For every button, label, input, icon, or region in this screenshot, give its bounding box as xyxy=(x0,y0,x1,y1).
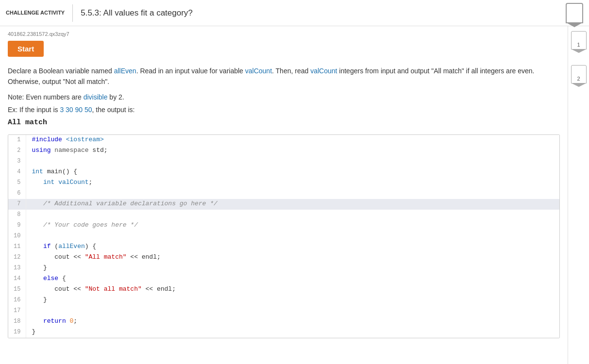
line-num-1: 1 xyxy=(8,135,26,146)
line-num-11: 11 xyxy=(8,242,26,252)
output-example: All match xyxy=(8,118,560,127)
line-num-4: 4 xyxy=(8,167,26,178)
code-editor[interactable]: 1 #include <iostream> 2 using namespace … xyxy=(8,134,560,338)
line-code-17 xyxy=(26,306,559,316)
sidebar-item-num-2: 2 xyxy=(577,76,580,82)
note-text: Note: Even numbers are divisible by 2. xyxy=(8,93,560,101)
line-code-14: else { xyxy=(26,274,559,284)
header-divider xyxy=(72,4,73,22)
main-content: 401862.2381572.qx3zqy7 Start Declare a B… xyxy=(0,26,568,348)
line-code-11: if (allEven) { xyxy=(26,242,559,252)
header-bookmark-badge xyxy=(566,3,583,23)
line-code-6 xyxy=(26,188,559,199)
sidebar-item-1[interactable]: 1 xyxy=(571,31,587,50)
code-line-10: 10 xyxy=(8,231,559,242)
code-line-5: 5 int valCount; xyxy=(8,178,559,188)
line-num-18: 18 xyxy=(8,316,26,327)
code-line-15: 15 cout << "Not all match" << endl; xyxy=(8,284,559,295)
var-valCount: valCount xyxy=(245,67,272,75)
line-num-7: 7 xyxy=(8,199,26,210)
start-button[interactable]: Start xyxy=(8,41,44,57)
code-line-11: 11 if (allEven) { xyxy=(8,242,559,252)
header: CHALLENGE ACTIVITY 5.5.3: All values fit… xyxy=(0,0,589,26)
line-code-7: /* Additional variable declarations go h… xyxy=(26,199,559,210)
line-code-18: return 0; xyxy=(26,316,559,327)
sidebar-item-2-wrapper: 2 xyxy=(571,65,587,83)
line-code-4: int main() { xyxy=(26,167,559,178)
var-allEven: allEven xyxy=(114,67,136,75)
line-num-10: 10 xyxy=(8,231,26,242)
code-line-18: 18 return 0; xyxy=(8,316,559,327)
code-line-9: 9 /* Your code goes here */ xyxy=(8,220,559,231)
example-input-vals: 3 30 90 50 xyxy=(60,106,92,114)
line-code-19: } xyxy=(26,327,559,338)
line-code-8 xyxy=(26,210,559,220)
sidebar-item-2[interactable]: 2 xyxy=(571,65,587,83)
line-num-6: 6 xyxy=(8,188,26,199)
code-line-19: 19 } xyxy=(8,327,559,338)
code-line-6: 6 xyxy=(8,188,559,199)
code-line-13: 13 } xyxy=(8,263,559,274)
code-line-8: 8 xyxy=(8,210,559,220)
line-code-16: } xyxy=(26,295,559,306)
line-num-19: 19 xyxy=(8,327,26,338)
line-code-5: int valCount; xyxy=(26,178,559,188)
var-valCount2: valCount xyxy=(310,67,337,75)
code-line-4: 4 int main() { xyxy=(8,167,559,178)
line-code-15: cout << "Not all match" << endl; xyxy=(26,284,559,295)
line-code-1: #include <iostream> xyxy=(26,135,559,146)
line-code-10 xyxy=(26,231,559,242)
line-num-13: 13 xyxy=(8,263,26,274)
code-table: 1 #include <iostream> 2 using namespace … xyxy=(8,135,559,338)
challenge-activity-label: CHALLENGE ACTIVITY xyxy=(6,10,65,16)
line-code-3 xyxy=(26,156,559,167)
line-code-13: } xyxy=(26,263,559,274)
code-line-14: 14 else { xyxy=(8,274,559,284)
line-code-12: cout << "All match" << endl; xyxy=(26,252,559,263)
header-title-block: CHALLENGE ACTIVITY xyxy=(6,10,65,16)
line-num-16: 16 xyxy=(8,295,26,306)
line-num-5: 5 xyxy=(8,178,26,188)
sidebar-item-num-1: 1 xyxy=(577,42,580,48)
line-code-2: using namespace std; xyxy=(26,146,559,156)
line-num-3: 3 xyxy=(8,156,26,167)
line-num-12: 12 xyxy=(8,252,26,263)
line-num-8: 8 xyxy=(8,210,26,220)
line-num-15: 15 xyxy=(8,284,26,295)
main-layout: 401862.2381572.qx3zqy7 Start Declare a B… xyxy=(0,26,589,348)
code-line-2: 2 using namespace std; xyxy=(8,146,559,156)
code-line-17: 17 xyxy=(8,306,559,316)
divisible-link[interactable]: divisible xyxy=(84,93,108,101)
line-code-9: /* Your code goes here */ xyxy=(26,220,559,231)
code-line-12: 12 cout << "All match" << endl; xyxy=(8,252,559,263)
code-line-1: 1 #include <iostream> xyxy=(8,135,559,146)
line-num-17: 17 xyxy=(8,306,26,316)
code-line-3: 3 xyxy=(8,156,559,167)
line-num-2: 2 xyxy=(8,146,26,156)
code-line-7: 7 /* Additional variable declarations go… xyxy=(8,199,559,210)
activity-id: 401862.2381572.qx3zqy7 xyxy=(8,31,560,37)
activity-title: 5.5.3: All values fit a category? xyxy=(81,8,193,18)
description-text: Declare a Boolean variable named allEven… xyxy=(8,66,560,87)
line-num-9: 9 xyxy=(8,220,26,231)
line-num-14: 14 xyxy=(8,274,26,284)
code-line-16: 16 } xyxy=(8,295,559,306)
sidebar: 1 2 xyxy=(568,26,589,348)
example-text: Ex: If the input is 3 30 90 50, the outp… xyxy=(8,106,560,114)
